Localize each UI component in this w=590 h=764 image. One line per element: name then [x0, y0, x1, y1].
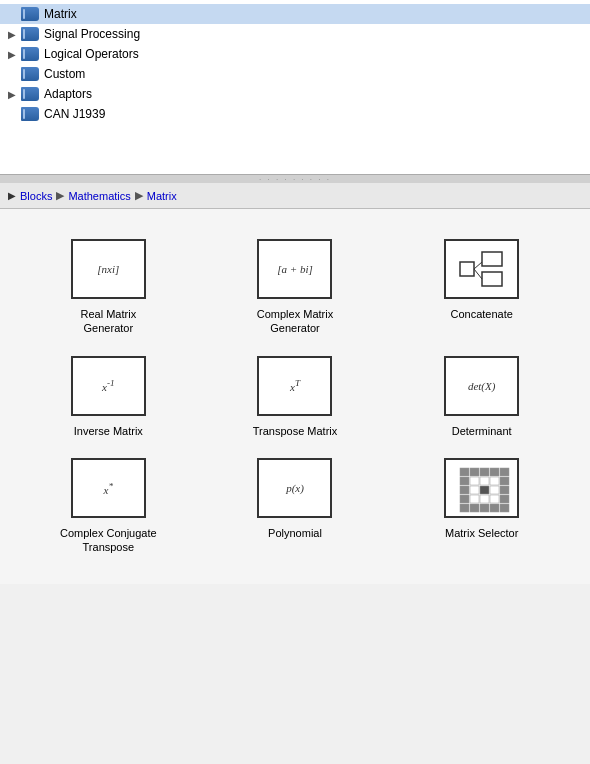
block-icon-complex-matrix-generator: [a + bi] — [257, 239, 332, 299]
svg-rect-2 — [460, 262, 474, 276]
block-item-determinant[interactable]: det(X)Determinant — [393, 356, 570, 438]
svg-rect-17 — [480, 486, 489, 494]
block-label-concatenate: Concatenate — [450, 307, 512, 321]
sidebar-item-can-j1939[interactable]: CAN J1939 — [0, 104, 590, 124]
library-tree-panel: Matrix▶Signal Processing▶Logical Operato… — [0, 0, 590, 175]
block-icon-matrix-selector — [444, 458, 519, 518]
svg-rect-13 — [490, 477, 499, 485]
svg-rect-29 — [500, 504, 509, 512]
breadcrumb-item-blocks[interactable]: Blocks — [20, 190, 52, 202]
block-label-real-matrix-generator: Real MatrixGenerator — [81, 307, 137, 336]
svg-rect-25 — [460, 504, 469, 512]
block-icon-text-transpose-matrix: xT — [290, 378, 300, 393]
breadcrumb-separator: ▶ — [56, 189, 64, 202]
svg-rect-23 — [490, 495, 499, 503]
blocks-grid: [nxi]Real MatrixGenerator[a + bi]Complex… — [0, 209, 590, 584]
svg-rect-21 — [470, 495, 479, 503]
svg-rect-26 — [470, 504, 479, 512]
block-icon-real-matrix-generator: [nxi] — [71, 239, 146, 299]
tree-label-matrix: Matrix — [44, 7, 77, 21]
block-icon-inverse-matrix: x-1 — [71, 356, 146, 416]
book-icon-matrix — [20, 6, 40, 22]
tree-label-adaptors: Adaptors — [44, 87, 92, 101]
block-icon-concatenate — [444, 239, 519, 299]
book-icon-signal-processing — [20, 26, 40, 42]
concatenate-svg-icon — [452, 244, 512, 294]
sidebar-item-signal-processing[interactable]: ▶Signal Processing — [0, 24, 590, 44]
tree-arrow-signal-processing: ▶ — [8, 29, 18, 40]
block-item-transpose-matrix[interactable]: xTTranspose Matrix — [207, 356, 384, 438]
block-icon-text-complex-matrix-generator: [a + bi] — [277, 263, 313, 275]
svg-rect-7 — [480, 468, 489, 476]
block-item-polynomial[interactable]: p(x)Polynomial — [207, 458, 384, 555]
breadcrumb-item-matrix[interactable]: Matrix — [147, 190, 177, 202]
svg-rect-0 — [482, 252, 502, 266]
block-item-concatenate[interactable]: Concatenate — [393, 239, 570, 336]
book-icon-adaptors — [20, 86, 40, 102]
breadcrumb-item-mathematics[interactable]: Mathematics — [68, 190, 130, 202]
block-icon-text-complex-conjugate-transpose: x* — [104, 481, 113, 496]
block-label-polynomial: Polynomial — [268, 526, 322, 540]
block-item-matrix-selector[interactable]: Matrix Selector — [393, 458, 570, 555]
svg-rect-24 — [500, 495, 509, 503]
block-item-complex-matrix-generator[interactable]: [a + bi]Complex MatrixGenerator — [207, 239, 384, 336]
block-label-complex-conjugate-transpose: Complex ConjugateTranspose — [60, 526, 157, 555]
svg-rect-12 — [480, 477, 489, 485]
svg-rect-22 — [480, 495, 489, 503]
book-icon-can-j1939 — [20, 106, 40, 122]
breadcrumb-bar: ▶ Blocks▶Mathematics▶Matrix — [0, 183, 590, 209]
svg-rect-15 — [460, 486, 469, 494]
block-icon-text-real-matrix-generator: [nxi] — [97, 263, 119, 275]
svg-line-4 — [474, 269, 482, 279]
svg-rect-16 — [470, 486, 479, 494]
block-label-matrix-selector: Matrix Selector — [445, 526, 518, 540]
block-icon-polynomial: p(x) — [257, 458, 332, 518]
block-label-determinant: Determinant — [452, 424, 512, 438]
sidebar-item-adaptors[interactable]: ▶Adaptors — [0, 84, 590, 104]
block-label-complex-matrix-generator: Complex MatrixGenerator — [257, 307, 333, 336]
block-label-inverse-matrix: Inverse Matrix — [74, 424, 143, 438]
tree-label-signal-processing: Signal Processing — [44, 27, 140, 41]
tree-arrow-adaptors: ▶ — [8, 89, 18, 100]
svg-rect-19 — [500, 486, 509, 494]
block-icon-text-determinant: det(X) — [468, 380, 495, 392]
svg-rect-18 — [490, 486, 499, 494]
svg-rect-9 — [500, 468, 509, 476]
svg-rect-1 — [482, 272, 502, 286]
tree-label-logical-operators: Logical Operators — [44, 47, 139, 61]
svg-rect-6 — [470, 468, 479, 476]
block-icon-text-inverse-matrix: x-1 — [102, 378, 115, 393]
panel-divider[interactable]: · · · · · · · · · — [0, 175, 590, 183]
tree-label-can-j1939: CAN J1939 — [44, 107, 105, 121]
svg-rect-27 — [480, 504, 489, 512]
breadcrumb-separator: ▶ — [135, 189, 143, 202]
divider-dots: · · · · · · · · · — [259, 175, 331, 184]
block-item-inverse-matrix[interactable]: x-1Inverse Matrix — [20, 356, 197, 438]
tree-label-custom: Custom — [44, 67, 85, 81]
block-label-transpose-matrix: Transpose Matrix — [253, 424, 338, 438]
svg-rect-28 — [490, 504, 499, 512]
blocks-panel: ▶ Blocks▶Mathematics▶Matrix [nxi]Real Ma… — [0, 183, 590, 584]
block-icon-determinant: det(X) — [444, 356, 519, 416]
book-icon-logical-operators — [20, 46, 40, 62]
svg-rect-20 — [460, 495, 469, 503]
selector-svg-icon — [452, 463, 512, 513]
sidebar-item-custom[interactable]: Custom — [0, 64, 590, 84]
svg-rect-5 — [460, 468, 469, 476]
block-item-complex-conjugate-transpose[interactable]: x*Complex ConjugateTranspose — [20, 458, 197, 555]
block-item-real-matrix-generator[interactable]: [nxi]Real MatrixGenerator — [20, 239, 197, 336]
svg-rect-14 — [500, 477, 509, 485]
svg-rect-11 — [470, 477, 479, 485]
block-icon-complex-conjugate-transpose: x* — [71, 458, 146, 518]
svg-rect-8 — [490, 468, 499, 476]
block-icon-text-polynomial: p(x) — [286, 482, 304, 494]
block-icon-transpose-matrix: xT — [257, 356, 332, 416]
tree-arrow-logical-operators: ▶ — [8, 49, 18, 60]
book-icon-custom — [20, 66, 40, 82]
svg-rect-10 — [460, 477, 469, 485]
sidebar-item-logical-operators[interactable]: ▶Logical Operators — [0, 44, 590, 64]
sidebar-item-matrix[interactable]: Matrix — [0, 4, 590, 24]
breadcrumb-expand-arrow[interactable]: ▶ — [8, 190, 16, 201]
svg-line-3 — [474, 262, 482, 269]
